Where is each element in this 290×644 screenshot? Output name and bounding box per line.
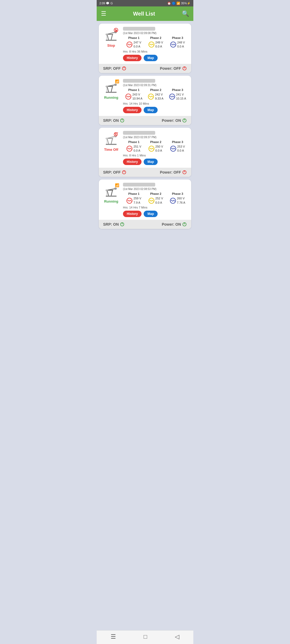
map-button[interactable]: Map <box>144 211 158 217</box>
well-card-footer: SRP: ON Power: ON <box>99 220 191 229</box>
hamburger-menu-icon[interactable]: ☰ <box>101 10 106 17</box>
phases-row: Phase 1 243 V 10.94 A Phase 2 242 V 9.33… <box>123 88 189 101</box>
phase-col-3: Phase 3 253 V 0.0 A <box>167 140 189 153</box>
power-status: Power: ON <box>162 222 187 227</box>
hrs-display: Hrs: 8 Hrs 1 Mins <box>123 154 189 157</box>
well-right: (1st Mar 2023 02:09:37 PM) Phase 1 251 V… <box>123 131 189 165</box>
phase-col-3: Phase 3 248 V 0.0 A <box>167 36 189 49</box>
map-button[interactable]: Map <box>144 55 158 61</box>
well-status-label: Time Off <box>104 148 118 152</box>
app-title: Well List <box>133 11 155 17</box>
well-card-3: OFF Time Off (1st Mar 2023 02:09:37 PM) … <box>99 128 191 177</box>
svg-text:📶: 📶 <box>115 183 119 188</box>
map-button[interactable]: Map <box>144 159 158 165</box>
well-card-footer: SRP: ON Power: ON <box>99 116 191 125</box>
phase-header-2: Phase 2 <box>150 88 161 92</box>
phase-col-1: Phase 1 243 V 10.94 A <box>123 88 145 101</box>
action-row: History Map <box>123 107 189 113</box>
google-icon: G <box>110 2 113 5</box>
phase-header-1: Phase 1 <box>128 36 140 39</box>
phases-row: Phase 1 259 V 7.9 A Phase 2 252 V 0.0 A <box>123 192 189 205</box>
svg-rect-54 <box>106 196 117 197</box>
hrs-display: Hrs: 8 Hrs 36 Mins <box>123 50 189 53</box>
search-icon[interactable]: 🔍 <box>182 10 189 17</box>
well-card-2: 📶 Running (1st Mar 2023 02:09:31 PM) Pha… <box>99 76 191 125</box>
phase-col-1: Phase 1 251 V 0.0 A <box>123 140 145 153</box>
phase-col-2: Phase 2 242 V 9.33 A <box>145 88 166 101</box>
history-button[interactable]: History <box>123 159 142 165</box>
svg-point-6 <box>106 34 108 35</box>
well-left: 📶 Running <box>102 79 121 113</box>
well-pumpjack-icon: 📶 <box>103 79 119 95</box>
well-card-footer: SRP: OFF Power: OFF <box>99 168 191 177</box>
phase-voltage: 251 V <box>133 145 141 149</box>
phase-current: 0.0 A <box>155 201 163 205</box>
history-button[interactable]: History <box>123 55 142 61</box>
phase-col-2: Phase 2 252 V 0.0 A <box>145 192 166 205</box>
phase-voltage: 241 V <box>176 93 186 97</box>
phase-header-3: Phase 3 <box>172 88 183 92</box>
phase-current: 0.0 A <box>177 149 185 153</box>
svg-line-56 <box>111 190 113 196</box>
phase-current: 0.0 A <box>155 45 163 49</box>
svg-text:⊗: ⊗ <box>115 29 117 32</box>
power-status: Power: ON <box>162 118 187 123</box>
phase-col-2: Phase 2 250 V 0.0 A <box>145 140 166 153</box>
well-timestamp: (1st Mar 2023 02:09:37 PM) <box>123 136 189 139</box>
svg-rect-0 <box>106 40 117 41</box>
svg-rect-35 <box>106 144 117 145</box>
well-pumpjack-icon: 📶 <box>103 183 119 199</box>
phase-current: 7.76 A <box>177 201 185 205</box>
phase-voltage: 250 V <box>155 145 163 149</box>
phase-voltage: 243 V <box>132 93 142 97</box>
whatsapp-icon: 💬 <box>106 2 110 5</box>
hrs-display: Hrs: 14 Hrs 7 Mins <box>123 206 189 209</box>
phase-current: 0.0 A <box>133 45 141 49</box>
phase-header-2: Phase 2 <box>150 140 161 144</box>
srp-status: SRP: ON <box>103 222 125 227</box>
well-pumpjack-icon: OFF <box>103 131 119 147</box>
well-card-body: OFF Time Off (1st Mar 2023 02:09:37 PM) … <box>99 128 191 168</box>
bluetooth-icon: 🔵 <box>172 2 176 5</box>
status-icons: ⏰ 🔵 📶 35%⚡ <box>167 2 191 5</box>
srp-status: SRP: ON <box>103 118 125 123</box>
map-button[interactable]: Map <box>144 107 158 113</box>
well-name-blurred <box>123 131 155 135</box>
alarm-icon: ⏰ <box>167 2 171 5</box>
phase-col-1: Phase 1 247 V 0.0 A <box>123 36 145 49</box>
phase-header-1: Phase 1 <box>128 192 140 195</box>
well-card-body: ⊗ Stop (1st Mar 2023 02:09:08 PM) Phase … <box>99 24 191 64</box>
svg-line-20 <box>107 86 108 92</box>
svg-text:📶: 📶 <box>115 79 119 84</box>
well-list: ⊗ Stop (1st Mar 2023 02:09:08 PM) Phase … <box>97 21 193 232</box>
svg-line-37 <box>111 138 113 144</box>
phases-row: Phase 1 251 V 0.0 A Phase 2 250 V 0.0 A <box>123 140 189 153</box>
power-status: Power: OFF <box>160 66 187 71</box>
phase-voltage: 242 V <box>155 93 163 97</box>
time-display: 2:09 <box>99 2 105 5</box>
phase-current: 0.0 A <box>155 149 163 153</box>
phase-voltage: 260 V <box>177 196 185 200</box>
well-left: ⊗ Stop <box>102 27 121 61</box>
well-card-footer: SRP: OFF Power: OFF <box>99 64 191 73</box>
svg-rect-19 <box>106 92 117 93</box>
phase-current: 10.94 A <box>132 97 142 101</box>
phase-voltage: 259 V <box>133 196 141 200</box>
well-card-1: ⊗ Stop (1st Mar 2023 02:09:08 PM) Phase … <box>99 24 191 73</box>
svg-point-45 <box>115 134 116 135</box>
svg-point-24 <box>114 84 117 86</box>
phase-col-1: Phase 1 259 V 7.9 A <box>123 192 145 205</box>
well-left: OFF Time Off <box>102 131 121 165</box>
well-card-body: 📶 Running (1st Mar 2023 02:09:31 PM) Pha… <box>99 76 191 116</box>
history-button[interactable]: History <box>123 107 142 113</box>
power-status: Power: OFF <box>160 170 187 175</box>
history-button[interactable]: History <box>123 211 142 217</box>
phase-current: 9.33 A <box>155 97 163 101</box>
srp-status: SRP: OFF <box>103 66 126 71</box>
well-right: (1st Mar 2023 02:09:31 PM) Phase 1 243 V… <box>123 79 189 113</box>
well-right: (1st Mar 2023 02:09:08 PM) Phase 1 247 V… <box>123 27 189 61</box>
svg-point-25 <box>106 86 108 87</box>
svg-text:OFF: OFF <box>114 132 118 134</box>
well-name-blurred <box>123 27 155 31</box>
phase-voltage: 248 V <box>177 41 185 45</box>
